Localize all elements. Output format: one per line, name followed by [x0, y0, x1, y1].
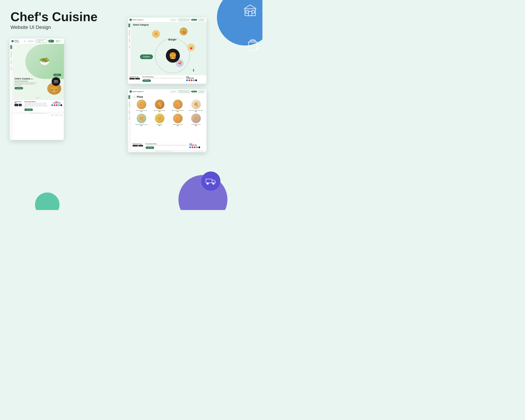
orbit-pizza[interactable]: 🍕 — [152, 30, 160, 38]
left-footer-links: About Contact Us FAQ — [13, 114, 64, 116]
google-play-badge[interactable]: Google Play — [15, 104, 18, 106]
pizza-item-3[interactable]: 🍕 Beef Sausage Special pizza $30 — [169, 100, 186, 112]
mockup-left: 🍴 Chef's Cuisine BD 🔍 Search 📍 Find near… — [10, 38, 64, 140]
footer-link-contact[interactable]: Contact Us — [55, 115, 59, 116]
sidebar-item-menu[interactable]: Menu — [10, 45, 12, 49]
pizza-item-2[interactable]: 🍕 Bacon & Beef cheese pizza $25 — [151, 100, 168, 112]
pizza-img-4: 🍕 — [191, 100, 201, 109]
tr-sidebar-menu[interactable]: Menu — [128, 24, 130, 27]
tr-facebook-icon[interactable]: f — [186, 79, 188, 81]
tr-footer-social: STAYCONNECTED f 📷 ▶ t ♪ — [186, 76, 197, 82]
br-social-icons: f 📷 ▶ t ♪ — [189, 146, 200, 148]
hero-order-button[interactable]: Order Now — [15, 87, 23, 89]
br-brand: Chef's Cuisine — [132, 91, 142, 92]
explore-button[interactable]: Explore ↓ — [53, 74, 61, 76]
br-twitter-icon[interactable]: t — [196, 146, 198, 148]
app-store-badge[interactable]: App Store — [19, 104, 22, 106]
br-find-nearby-button[interactable]: 📍 Find nearby store — [178, 90, 190, 93]
back-button[interactable]: ← — [133, 95, 136, 98]
footer-order-button[interactable]: Order Now — [24, 108, 33, 111]
br-facebook-icon[interactable]: f — [189, 146, 191, 148]
sidebar-item-contact[interactable]: Contact — [10, 60, 12, 64]
br-footer-delivery-text: Let Chef's Cuisine BD come to you – wher… — [146, 145, 187, 146]
twitter-icon[interactable]: t — [58, 104, 60, 106]
top-right-search-button[interactable]: 🔍 Search — [170, 19, 177, 21]
instagram-icon[interactable]: 📷 — [54, 104, 55, 106]
order-now-button[interactable]: Order Now — [55, 40, 62, 43]
delivery-truck-icon — [201, 172, 220, 191]
tr-footer-download-title: Download the app — [130, 76, 140, 77]
pizza-name-5: Regular Beef/ Chicken pizza — [133, 124, 150, 125]
tr-copyright: Copyright 2022 © Toushiba Bahman. All ri… — [128, 83, 206, 84]
tr-sidebar-about[interactable]: About — [128, 45, 130, 49]
tr-tiktok-icon[interactable]: ♪ — [195, 79, 197, 81]
footer-download-title: Download the app — [15, 101, 22, 103]
confirm-button[interactable]: Confirm — [140, 54, 153, 59]
left-logo: 🍴 Chef's Cuisine BD — [11, 39, 25, 43]
pizza-item-6[interactable]: 🍕 Delight pizza $45 — [151, 114, 168, 126]
tr-google-play[interactable]: Google Play — [130, 78, 135, 79]
page-title: Chef's Cuisine — [10, 10, 97, 23]
sign-up-button[interactable]: Sign Up — [48, 40, 54, 43]
discount-label: DISCOUNT — [54, 82, 58, 83]
br-sidebar-contact[interactable]: Contact — [128, 110, 130, 115]
br-app-store[interactable]: App Store — [138, 145, 143, 146]
pizza-name-8: 4x Beef/chicken pizza — [188, 124, 204, 125]
sidebar-item-download[interactable]: Download app — [10, 51, 12, 58]
pizza-item-1[interactable]: 🍕 Double Beef cheese pizza $20 — [133, 100, 150, 112]
center-burger[interactable]: 🍔 — [166, 49, 180, 63]
left-sidebar: Menu Download app Contact About — [10, 44, 13, 140]
br-brand-suffix: BD — [143, 91, 144, 92]
br-sidebar-menu[interactable]: Menu — [128, 95, 130, 99]
br-logo-icon: 🍴 — [130, 90, 132, 93]
tr-sidebar-contact[interactable]: Contact — [128, 38, 130, 43]
br-sidebar-about[interactable]: About — [128, 117, 130, 120]
sidebar-item-about[interactable]: About — [10, 67, 12, 70]
mockup-bottom-right: 🍴 Chef's Cuisine BD 🔍 Search 📍 Find near… — [128, 89, 206, 152]
br-main: ← Pizza 🍕 Double Beef cheese pizza $20 🍕… — [131, 94, 206, 152]
br-sidebar-download[interactable]: Download app — [128, 101, 130, 108]
footer-link-about[interactable]: About — [51, 115, 53, 116]
top-right-sign-up-button[interactable]: Sign Up — [191, 19, 197, 21]
youtube-icon[interactable]: ▶ — [56, 104, 57, 106]
tr-app-store[interactable]: App Store — [135, 78, 140, 79]
discount-percent: 50% — [54, 80, 58, 82]
tr-twitter-icon[interactable]: t — [193, 79, 195, 81]
br-search-button[interactable]: 🔍 Search — [170, 90, 177, 93]
br-footer-order-button[interactable]: Order Now — [146, 146, 154, 149]
facebook-icon[interactable]: f — [51, 104, 53, 106]
br-sign-up-button[interactable]: Sign Up — [191, 91, 197, 92]
br-cart[interactable]: 🛒 $0.00 — [198, 90, 205, 93]
pizza-item-8[interactable]: 🍕 4x Beef/chicken pizza $60 — [188, 114, 204, 126]
svg-rect-7 — [206, 179, 212, 183]
br-logo: 🍴 Chef's Cuisine BD — [130, 90, 144, 93]
search-button[interactable]: 🔍 Search — [28, 40, 35, 42]
br-google-play[interactable]: Google Play — [133, 145, 138, 146]
orbit-chicken[interactable]: 🍗 — [180, 28, 188, 35]
pizza-item-5[interactable]: 🍕 Regular Beef/ Chicken pizza $40 — [133, 114, 150, 126]
find-nearby-button[interactable]: 📍 Find nearby store — [36, 39, 47, 43]
pizza-price-5: $40 — [133, 125, 150, 126]
pizza-item-7[interactable]: 🍕 Regular pizza with Fries $50 — [169, 114, 186, 126]
footer-delivery-text: Let Chef's Cuisine BD come to you – wher… — [24, 103, 49, 108]
top-right-cart[interactable]: 🛒 $0.00 — [198, 19, 205, 21]
pizza-item-4[interactable]: 🍕 White sauce Beef/ chicken pizza $35 — [188, 100, 204, 112]
tr-youtube-icon[interactable]: ▶ — [191, 79, 192, 81]
svg-point-11 — [213, 183, 214, 184]
tr-sidebar-download[interactable]: Download app — [128, 29, 130, 36]
brand-suffix: BD — [24, 41, 25, 42]
br-body: Menu Download app Contact About ← Pizza … — [128, 94, 206, 152]
tr-instagram-icon[interactable]: 📷 — [188, 79, 190, 81]
top-right-logo: 🍴 Chef's Cuisine BD — [130, 19, 144, 21]
top-right-find-nearby-button[interactable]: 📍 Find nearby store — [178, 19, 190, 21]
tiktok-icon[interactable]: ♪ — [60, 104, 62, 106]
pizza-price-7: $50 — [169, 125, 186, 126]
top-right-brand-suffix: BD — [143, 19, 144, 20]
top-right-sidebar: Menu Download app Contact About — [128, 22, 131, 75]
br-tiktok-icon[interactable]: ♪ — [198, 146, 200, 148]
tr-footer-order-button[interactable]: Order Now — [142, 79, 151, 82]
br-instagram-icon[interactable]: 📷 — [192, 146, 193, 148]
br-youtube-icon[interactable]: ▶ — [194, 146, 196, 148]
footer-link-faq[interactable]: FAQ — [60, 115, 62, 116]
orbit-fries[interactable]: 🍟 — [187, 43, 195, 51]
